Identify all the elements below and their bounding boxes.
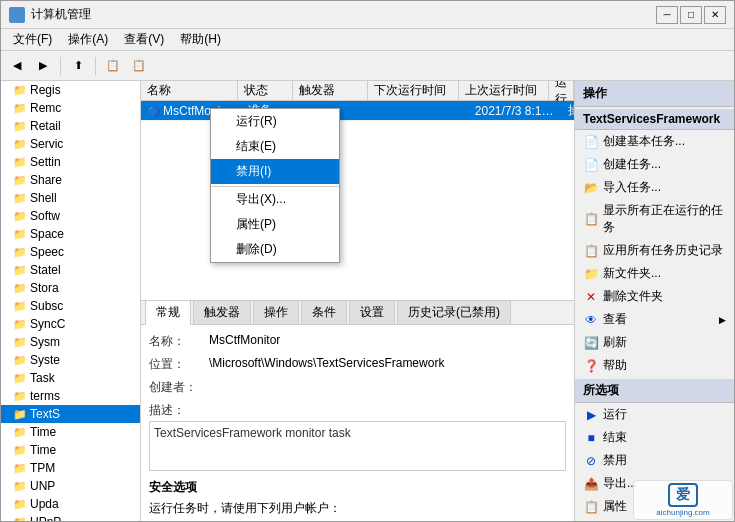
close-button[interactable]: ✕ (704, 6, 726, 24)
tab-general[interactable]: 常规 (145, 301, 191, 325)
col-header-last[interactable]: 上次运行时间 (459, 81, 549, 100)
maximize-button[interactable]: □ (680, 6, 702, 24)
sidebar-item-shell[interactable]: 📁Shell (1, 189, 140, 207)
menu-help[interactable]: 帮助(H) (172, 29, 229, 50)
action-label: 结束 (603, 429, 627, 446)
sidebar-item-upda[interactable]: 📁Upda (1, 495, 140, 513)
action-import[interactable]: 📂 导入任务... (575, 176, 734, 199)
author-label: 创建者： (149, 379, 209, 396)
table-row[interactable]: 🔵MsCtfMoni... 准备... 2021/7/3 8:19:15 操作成… (141, 101, 574, 121)
tab-history[interactable]: 历史记录(已禁用) (397, 301, 511, 324)
back-button[interactable]: ◀ (5, 55, 29, 77)
action-run[interactable]: ▶ 运行 (575, 403, 734, 426)
export-icon: 📤 (583, 477, 599, 491)
view-icon: 👁 (583, 313, 599, 327)
properties-button[interactable]: 📋 (127, 55, 151, 77)
action-label: 删除文件夹 (603, 288, 663, 305)
action-create-task[interactable]: 📄 创建任务... (575, 153, 734, 176)
title-bar: 计算机管理 ─ □ ✕ (1, 1, 734, 29)
task-rows: 🔵MsCtfMoni... 准备... 2021/7/3 8:19:15 操作成… (141, 101, 574, 300)
sidebar-item-time1[interactable]: 📁Time (1, 423, 140, 441)
tab-triggers[interactable]: 触发器 (193, 301, 251, 324)
sidebar-item-task[interactable]: 📁Task (1, 369, 140, 387)
tab-actions[interactable]: 操作 (253, 301, 299, 324)
sidebar-item-tpm[interactable]: 📁TPM (1, 459, 140, 477)
ctx-delete[interactable]: 删除(D) (211, 237, 339, 262)
sidebar-item-syste[interactable]: 📁Syste (1, 351, 140, 369)
sidebar-item-share[interactable]: 📁Share (1, 171, 140, 189)
help-top-icon: ❓ (583, 359, 599, 373)
toolbar-separator (60, 57, 61, 75)
sidebar-item-statel[interactable]: 📁Statel (1, 261, 140, 279)
action-create-basic[interactable]: 📄 创建基本任务... (575, 130, 734, 153)
detail-tabs: 常规 触发器 操作 条件 设置 历史记录(已禁用) (141, 301, 574, 325)
sidebar-item-remc[interactable]: 📁Remc (1, 99, 140, 117)
sidebar-item-upnp[interactable]: 📁UPnP (1, 513, 140, 521)
new-folder-icon: 📁 (583, 267, 599, 281)
ctx-end[interactable]: 结束(E) (211, 134, 339, 159)
selected-task-header: 所选项 (575, 379, 734, 403)
folder-icon: 📁 (13, 264, 27, 276)
folder-icon: 📁 (13, 84, 27, 96)
folder-icon: 📁 (13, 156, 27, 168)
watermark-site: aichunjing.com (656, 508, 709, 517)
ctx-properties[interactable]: 属性(P) (211, 212, 339, 237)
action-refresh[interactable]: 🔄 刷新 (575, 331, 734, 354)
action-enable-history[interactable]: 📋 应用所有任务历史记录 (575, 239, 734, 262)
sidebar-item-stora[interactable]: 📁Stora (1, 279, 140, 297)
delete-folder-icon: ✕ (583, 290, 599, 304)
action-new-folder[interactable]: 📁 新文件夹... (575, 262, 734, 285)
enable-history-icon: 📋 (583, 244, 599, 258)
sidebar-item-subsc[interactable]: 📁Subsc (1, 297, 140, 315)
sidebar-item-servic[interactable]: 📁Servic (1, 135, 140, 153)
detail-content: 名称： MsCtfMonitor 位置： \Microsoft\Windows\… (141, 325, 574, 521)
ctx-disable[interactable]: 禁用(I) (211, 159, 339, 184)
col-header-trigger[interactable]: 触发器 (293, 81, 369, 100)
sidebar-item-retail[interactable]: 📁Retail (1, 117, 140, 135)
folder-icon: 📁 (13, 426, 27, 438)
sidebar-item-sysm[interactable]: 📁Sysm (1, 333, 140, 351)
action-show-running[interactable]: 📋 显示所有正在运行的任务 (575, 199, 734, 239)
action-disable[interactable]: ⊘ 禁用 (575, 449, 734, 472)
up-button[interactable]: ⬆ (66, 55, 90, 77)
sidebar-item-speec[interactable]: 📁Speec (1, 243, 140, 261)
sidebar-item-time2[interactable]: 📁Time (1, 441, 140, 459)
folder-icon: 📁 (13, 102, 27, 114)
menu-action[interactable]: 操作(A) (60, 29, 116, 50)
view-arrow-icon: ▶ (719, 315, 726, 325)
action-help-top[interactable]: ❓ 帮助 (575, 354, 734, 377)
menu-file[interactable]: 文件(F) (5, 29, 60, 50)
window-title: 计算机管理 (31, 6, 91, 23)
folder-icon: 📁 (13, 498, 27, 510)
col-header-next[interactable]: 下次运行时间 (368, 81, 458, 100)
menu-view[interactable]: 查看(V) (116, 29, 172, 50)
sidebar-item-settin[interactable]: 📁Settin (1, 153, 140, 171)
detail-desc-row: 描述： TextServicesFramework monitor task (149, 402, 566, 471)
sidebar-item-unp[interactable]: 📁UNP (1, 477, 140, 495)
action-label: 导入任务... (603, 179, 661, 196)
forward-button[interactable]: ▶ (31, 55, 55, 77)
ctx-run[interactable]: 运行(R) (211, 109, 339, 134)
show-hide-button[interactable]: 📋 (101, 55, 125, 77)
col-header-name[interactable]: 名称 (141, 81, 238, 100)
sidebar-item-regis[interactable]: 📁Regis (1, 81, 140, 99)
minimize-button[interactable]: ─ (656, 6, 678, 24)
sidebar-item-texts[interactable]: 📁TextS (1, 405, 140, 423)
action-label: 显示所有正在运行的任务 (603, 202, 726, 236)
desc-label: 描述： (149, 402, 209, 419)
sidebar-item-syncc[interactable]: 📁SyncC (1, 315, 140, 333)
action-view[interactable]: 👁 查看 ▶ (575, 308, 734, 331)
sidebar-item-softw[interactable]: 📁Softw (1, 207, 140, 225)
tab-settings[interactable]: 设置 (349, 301, 395, 324)
ctx-export[interactable]: 导出(X)... (211, 186, 339, 212)
col-header-result[interactable]: 上次运行结果 (549, 81, 574, 100)
action-delete-folder[interactable]: ✕ 删除文件夹 (575, 285, 734, 308)
folder-icon: 📁 (13, 372, 27, 384)
sidebar-item-space[interactable]: 📁Space (1, 225, 140, 243)
sidebar-item-terms[interactable]: 📁terms (1, 387, 140, 405)
task-table-header: 名称 状态 触发器 下次运行时间 上次运行时间 上次运行结果 (141, 81, 574, 101)
tab-conditions[interactable]: 条件 (301, 301, 347, 324)
col-header-status[interactable]: 状态 (238, 81, 292, 100)
action-end[interactable]: ■ 结束 (575, 426, 734, 449)
toolbar: ◀ ▶ ⬆ 📋 📋 (1, 51, 734, 81)
